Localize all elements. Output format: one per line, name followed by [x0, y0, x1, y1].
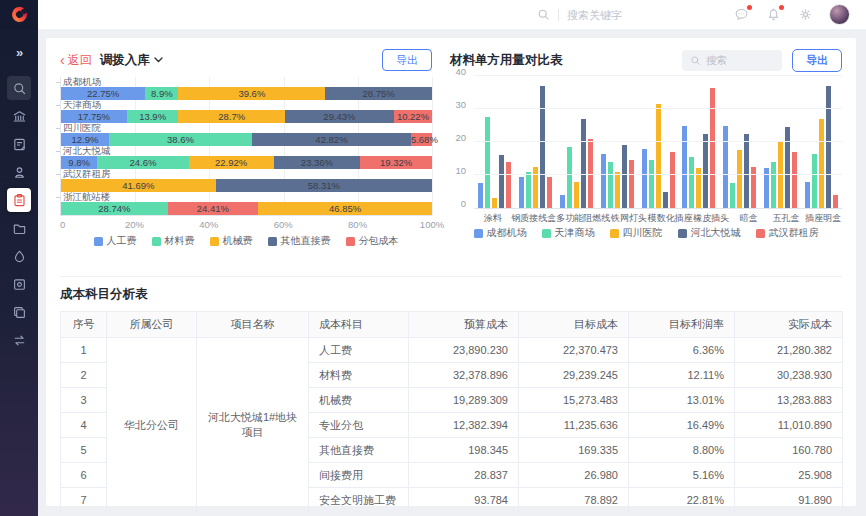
bar-segment: 13.9%: [127, 110, 179, 123]
x-axis-label: 涂料: [474, 209, 511, 223]
budget-cell: 198.345: [409, 438, 519, 463]
bar: [649, 160, 654, 208]
axis-tick-label: 60%: [274, 219, 293, 230]
bar-segment: 46.85%: [258, 202, 432, 215]
sidebar-item-transfer[interactable]: [7, 328, 31, 352]
category-label: 四川医院: [61, 123, 432, 133]
sidebar-item-inventory[interactable]: [7, 188, 31, 212]
bar: [785, 127, 790, 208]
messages-icon[interactable]: [733, 7, 749, 23]
stacked-bar-row: 河北大悦城9.8%24.6%22.92%23.36%19.32%: [61, 146, 432, 169]
subject-cell: 其他直接费: [309, 438, 409, 463]
bar-segment: 5.68%: [411, 133, 432, 146]
bar-segment: 38.6%: [109, 133, 252, 146]
global-search[interactable]: [537, 8, 677, 21]
actual-cell: 21,280.382: [735, 338, 843, 363]
grouped-bar-chart: 010203040 涂料钢质接线盒多功能阻燃线铁网灯头模数化插座橡皮插头暗盒五孔…: [450, 77, 842, 223]
margin-cell: 13.01%: [629, 388, 735, 413]
export-button-right[interactable]: 导出: [792, 49, 842, 72]
bar: [833, 195, 838, 208]
bar: [615, 172, 620, 208]
sidebar-item-resources[interactable]: [7, 244, 31, 268]
bar-segment: 23.36%: [274, 156, 361, 169]
bar-segment: 24.41%: [168, 202, 259, 215]
target-cell: 15,273.483: [519, 388, 629, 413]
page-title-dropdown[interactable]: 调拨入库: [100, 52, 163, 69]
stacked-bar-row: 浙江航站楼28.74%24.41%46.85%: [61, 192, 432, 215]
legend-item[interactable]: 天津商场: [542, 226, 595, 240]
bar: [819, 119, 824, 208]
legend-label: 材料费: [165, 234, 195, 248]
notifications-icon[interactable]: [765, 7, 781, 23]
actual-cell: 11,010.890: [735, 413, 843, 438]
legend-item[interactable]: 河北大悦城: [678, 226, 741, 240]
subject-cell: 安全文明施工费: [309, 488, 409, 513]
bar-segment: 28.7%: [178, 110, 284, 123]
x-axis-label: 多功能阻燃线: [556, 209, 610, 223]
subject-cell: 间接费用: [309, 463, 409, 488]
stacked-bar-row: 武汉群租房41.69%58.31%: [61, 169, 432, 192]
row-number-cell: 2: [61, 363, 107, 388]
row-number-cell: 6: [61, 463, 107, 488]
column-header: 预算成本: [409, 312, 519, 338]
legend-item[interactable]: 分包成本: [346, 234, 399, 248]
legend-swatch: [210, 237, 219, 246]
bar: [601, 154, 606, 208]
back-link[interactable]: ‹ 返回: [60, 52, 92, 69]
legend-label: 其他直接费: [281, 234, 331, 248]
target-cell: 22,370.473: [519, 338, 629, 363]
legend-item[interactable]: 材料费: [152, 234, 195, 248]
target-cell: 29,239.245: [519, 363, 629, 388]
column-header: 目标成本: [519, 312, 629, 338]
bar-group: [515, 77, 556, 208]
table-title: 成本科目分析表: [60, 286, 842, 303]
table-row[interactable]: 1华北分公司河北大悦城1#地块项目人工费23,890.23022,370.473…: [61, 338, 843, 363]
legend-item[interactable]: 其他直接费: [268, 234, 331, 248]
cost-analysis-table: 序号所属公司项目名称成本科目预算成本目标成本目标利润率实际成本 1华北分公司河北…: [60, 311, 843, 513]
stacked-bar-row: 成都机场22.75%8.9%39.6%28.75%: [61, 77, 432, 100]
sidebar-item-devices[interactable]: [7, 272, 31, 296]
chart-search[interactable]: [682, 50, 782, 71]
legend-item[interactable]: 四川医院: [610, 226, 663, 240]
legend-swatch: [346, 237, 355, 246]
app-logo[interactable]: [0, 0, 38, 30]
legend-item[interactable]: 人工费: [94, 234, 137, 248]
bar-group: [597, 77, 638, 208]
bar: [710, 88, 715, 208]
bar-segment: 42.82%: [252, 133, 411, 146]
avatar[interactable]: [829, 4, 850, 25]
bar: [485, 117, 490, 208]
sidebar-item-documents[interactable]: [7, 132, 31, 156]
bar: [642, 149, 647, 208]
search-icon: [690, 55, 701, 66]
sidebar-collapse-icon[interactable]: »: [7, 40, 31, 64]
global-search-input[interactable]: [567, 9, 677, 21]
sidebar-item-files[interactable]: [7, 216, 31, 240]
chart-legend: 成都机场天津商场四川医院河北大悦城武汉群租房: [450, 225, 842, 241]
legend-label: 人工费: [107, 234, 137, 248]
legend-item[interactable]: 成都机场: [474, 226, 527, 240]
bar: [492, 198, 497, 208]
legend-item[interactable]: 武汉群租房: [756, 226, 819, 240]
chart-search-input[interactable]: [706, 54, 766, 66]
legend-item[interactable]: 机械费: [210, 234, 253, 248]
sidebar-item-copies[interactable]: [7, 300, 31, 324]
bar-segment: 10.22%: [394, 110, 432, 123]
y-axis-label: 20: [450, 132, 466, 143]
stacked-chart-panel: ‹ 返回 调拨入库 导出 成都机场22.75%8.9%39.6%28.75%天津…: [60, 48, 432, 270]
legend-swatch: [678, 229, 687, 238]
legend-swatch: [152, 237, 161, 246]
sidebar-item-search[interactable]: [7, 76, 31, 100]
export-button-left[interactable]: 导出: [382, 49, 432, 71]
sidebar-item-users[interactable]: [7, 160, 31, 184]
bar: [771, 162, 776, 208]
main-content: ‹ 返回 调拨入库 导出 成都机场22.75%8.9%39.6%28.75%天津…: [38, 30, 866, 516]
divider: [558, 9, 559, 21]
bar-segment: 28.74%: [61, 202, 168, 215]
page-title: 调拨入库: [100, 52, 150, 69]
sidebar-item-company[interactable]: [7, 104, 31, 128]
budget-cell: 23,890.230: [409, 338, 519, 363]
settings-icon[interactable]: [797, 7, 813, 23]
column-header: 目标利润率: [629, 312, 735, 338]
target-cell: 11,235.636: [519, 413, 629, 438]
